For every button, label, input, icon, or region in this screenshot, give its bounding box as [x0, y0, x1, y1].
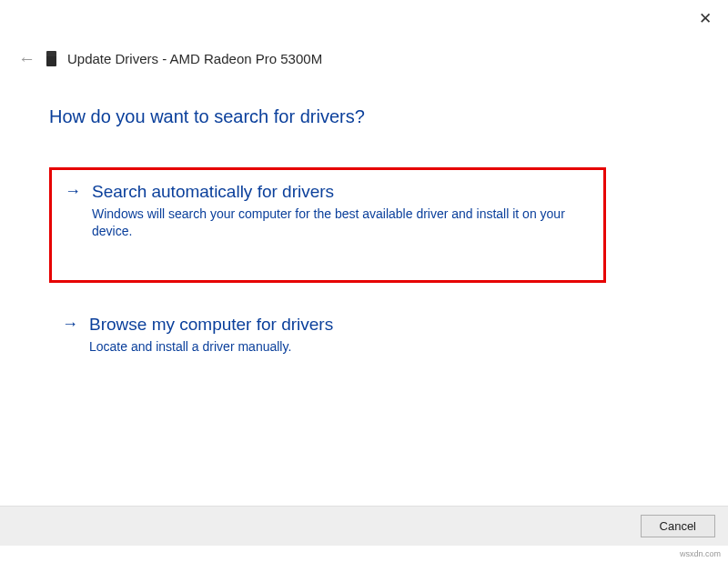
dialog-header: ← Update Drivers - AMD Radeon Pro 5300M: [18, 50, 322, 67]
back-arrow-icon[interactable]: ←: [18, 50, 35, 67]
watermark: wsxdn.com: [680, 549, 721, 558]
close-button[interactable]: ✕: [699, 9, 712, 28]
option-browse-title: Browse my computer for drivers: [89, 315, 333, 335]
arrow-right-icon: →: [62, 315, 78, 335]
dialog-footer: Cancel: [0, 506, 728, 546]
option-auto-title: Search automatically for drivers: [92, 182, 334, 202]
page-heading: How do you want to search for drivers?: [49, 106, 365, 127]
close-icon: ✕: [699, 10, 712, 27]
option-auto-desc: Windows will search your computer for th…: [92, 206, 583, 240]
option-browse-computer[interactable]: → Browse my computer for drivers Locate …: [49, 303, 606, 372]
cancel-button[interactable]: Cancel: [641, 515, 715, 537]
dialog-title: Update Drivers - AMD Radeon Pro 5300M: [67, 51, 322, 66]
option-search-automatically[interactable]: → Search automatically for drivers Windo…: [49, 167, 606, 283]
device-icon: [46, 51, 56, 66]
option-browse-desc: Locate and install a driver manually.: [89, 338, 581, 356]
arrow-right-icon: →: [65, 182, 81, 202]
